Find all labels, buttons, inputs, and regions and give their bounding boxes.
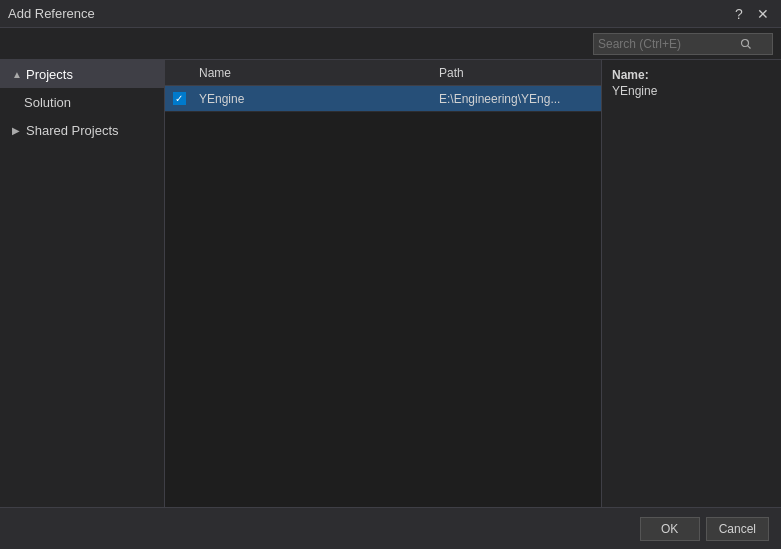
details-panel: Name: YEngine xyxy=(601,60,781,507)
ok-button[interactable]: OK xyxy=(640,517,700,541)
details-name-label: Name: xyxy=(612,68,771,82)
sidebar-item-projects[interactable]: ▲ Projects xyxy=(0,60,164,88)
projects-arrow: ▲ xyxy=(12,69,22,80)
svg-point-0 xyxy=(742,39,749,46)
row-checkbox[interactable]: ✓ xyxy=(173,92,186,105)
td-checkbox[interactable]: ✓ xyxy=(165,92,193,105)
search-icon[interactable] xyxy=(738,36,754,52)
dialog-body: ▲ Projects Solution ▶ Shared Projects Na… xyxy=(0,28,781,549)
td-name: YEngine xyxy=(193,92,433,106)
td-path: E:\Engineering\YEng... xyxy=(433,92,566,106)
title-bar-controls: ? ✕ xyxy=(729,4,773,24)
sidebar: ▲ Projects Solution ▶ Shared Projects xyxy=(0,60,165,507)
main-content: Name Path ✓ YEngine E:\Engineering\YEng.… xyxy=(165,60,781,507)
search-input[interactable] xyxy=(598,37,738,51)
title-bar: Add Reference ? ✕ xyxy=(0,0,781,28)
sidebar-item-solution-label: Solution xyxy=(24,95,71,110)
table-area: Name Path ✓ YEngine E:\Engineering\YEng.… xyxy=(165,60,601,507)
sidebar-item-projects-label: Projects xyxy=(26,67,73,82)
sidebar-item-shared-projects-label: Shared Projects xyxy=(26,123,119,138)
th-path: Path xyxy=(433,66,470,80)
search-input-wrap[interactable] xyxy=(593,33,773,55)
bottom-bar: OK Cancel xyxy=(0,507,781,549)
cancel-button[interactable]: Cancel xyxy=(706,517,769,541)
title-bar-title: Add Reference xyxy=(8,6,95,21)
table-header: Name Path xyxy=(165,60,601,86)
details-name-value: YEngine xyxy=(612,84,771,98)
help-button[interactable]: ? xyxy=(729,4,749,24)
shared-projects-arrow: ▶ xyxy=(12,125,22,136)
table-row[interactable]: ✓ YEngine E:\Engineering\YEng... xyxy=(165,86,601,112)
th-name: Name xyxy=(193,66,433,80)
close-button[interactable]: ✕ xyxy=(753,4,773,24)
sidebar-item-solution[interactable]: Solution xyxy=(0,88,164,116)
content-area: ▲ Projects Solution ▶ Shared Projects Na… xyxy=(0,60,781,507)
search-bar xyxy=(0,28,781,60)
sidebar-item-shared-projects[interactable]: ▶ Shared Projects xyxy=(0,116,164,144)
svg-line-1 xyxy=(748,45,751,48)
dialog-title: Add Reference xyxy=(8,6,95,21)
